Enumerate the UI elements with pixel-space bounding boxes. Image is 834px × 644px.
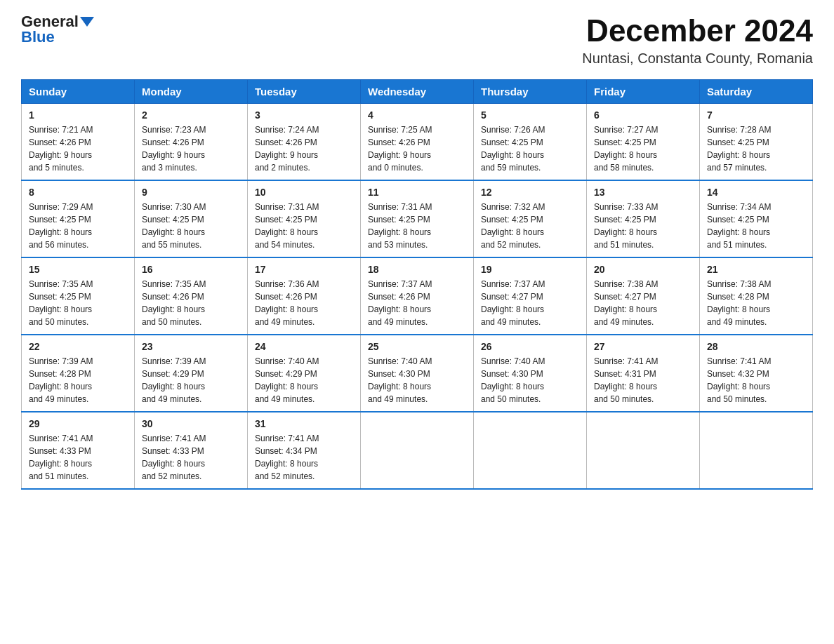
calendar-cell: [474, 412, 587, 489]
weekday-header-thursday: Thursday: [474, 80, 587, 104]
day-number: 4: [368, 109, 466, 121]
day-number: 21: [707, 264, 805, 275]
day-info: Sunrise: 7:41 AMSunset: 4:32 PMDaylight:…: [707, 355, 805, 405]
day-info: Sunrise: 7:41 AMSunset: 4:33 PMDaylight:…: [142, 432, 240, 483]
day-number: 10: [255, 187, 353, 198]
calendar-cell: 15 Sunrise: 7:35 AMSunset: 4:25 PMDaylig…: [22, 257, 135, 335]
day-info: Sunrise: 7:37 AMSunset: 4:26 PMDaylight:…: [368, 278, 466, 328]
weekday-header-friday: Friday: [587, 80, 700, 104]
calendar-cell: 4 Sunrise: 7:25 AMSunset: 4:26 PMDayligh…: [361, 104, 474, 181]
day-number: 3: [255, 109, 353, 121]
day-info: Sunrise: 7:31 AMSunset: 4:25 PMDaylight:…: [255, 201, 353, 251]
weekday-header-wednesday: Wednesday: [361, 80, 474, 104]
day-number: 1: [29, 109, 127, 121]
calendar-cell: 2 Sunrise: 7:23 AMSunset: 4:26 PMDayligh…: [135, 104, 248, 181]
calendar-header: SundayMondayTuesdayWednesdayThursdayFrid…: [22, 80, 813, 104]
logo-blue-text: Blue: [21, 29, 55, 45]
day-number: 7: [707, 109, 805, 121]
month-year-title: December 2024: [582, 14, 813, 48]
calendar-cell: 6 Sunrise: 7:27 AMSunset: 4:25 PMDayligh…: [587, 104, 700, 181]
day-info: Sunrise: 7:38 AMSunset: 4:27 PMDaylight:…: [594, 278, 692, 328]
calendar-cell: 18 Sunrise: 7:37 AMSunset: 4:26 PMDaylig…: [361, 257, 474, 335]
day-info: Sunrise: 7:31 AMSunset: 4:25 PMDaylight:…: [368, 201, 466, 251]
calendar-cell: [700, 412, 813, 489]
day-info: Sunrise: 7:35 AMSunset: 4:25 PMDaylight:…: [29, 278, 127, 328]
day-number: 12: [481, 187, 579, 198]
day-info: Sunrise: 7:39 AMSunset: 4:28 PMDaylight:…: [29, 355, 127, 405]
day-number: 8: [29, 187, 127, 198]
day-info: Sunrise: 7:32 AMSunset: 4:25 PMDaylight:…: [481, 201, 579, 251]
calendar-cell: [587, 412, 700, 489]
calendar-cell: 29 Sunrise: 7:41 AMSunset: 4:33 PMDaylig…: [22, 412, 135, 489]
calendar-cell: 10 Sunrise: 7:31 AMSunset: 4:25 PMDaylig…: [248, 180, 361, 257]
day-info: Sunrise: 7:28 AMSunset: 4:25 PMDaylight:…: [707, 123, 805, 174]
day-info: Sunrise: 7:21 AMSunset: 4:26 PMDaylight:…: [29, 123, 127, 174]
day-info: Sunrise: 7:40 AMSunset: 4:29 PMDaylight:…: [255, 355, 353, 405]
day-number: 28: [707, 341, 805, 352]
logo-general-text: General: [21, 14, 79, 29]
calendar-cell: 5 Sunrise: 7:26 AMSunset: 4:25 PMDayligh…: [474, 104, 587, 181]
day-info: Sunrise: 7:40 AMSunset: 4:30 PMDaylight:…: [481, 355, 579, 405]
day-number: 17: [255, 264, 353, 275]
day-number: 29: [29, 418, 127, 429]
weekday-header-row: SundayMondayTuesdayWednesdayThursdayFrid…: [22, 80, 813, 104]
weekday-header-monday: Monday: [135, 80, 248, 104]
calendar-cell: 7 Sunrise: 7:28 AMSunset: 4:25 PMDayligh…: [700, 104, 813, 181]
calendar-week-row: 1 Sunrise: 7:21 AMSunset: 4:26 PMDayligh…: [22, 104, 813, 181]
calendar-cell: 1 Sunrise: 7:21 AMSunset: 4:26 PMDayligh…: [22, 104, 135, 181]
calendar-cell: 3 Sunrise: 7:24 AMSunset: 4:26 PMDayligh…: [248, 104, 361, 181]
calendar-cell: 21 Sunrise: 7:38 AMSunset: 4:28 PMDaylig…: [700, 257, 813, 335]
day-info: Sunrise: 7:26 AMSunset: 4:25 PMDaylight:…: [481, 123, 579, 174]
weekday-header-tuesday: Tuesday: [248, 80, 361, 104]
calendar-cell: 31 Sunrise: 7:41 AMSunset: 4:34 PMDaylig…: [248, 412, 361, 489]
calendar-cell: 20 Sunrise: 7:38 AMSunset: 4:27 PMDaylig…: [587, 257, 700, 335]
day-info: Sunrise: 7:41 AMSunset: 4:33 PMDaylight:…: [29, 432, 127, 483]
day-info: Sunrise: 7:27 AMSunset: 4:25 PMDaylight:…: [594, 123, 692, 174]
day-number: 20: [594, 264, 692, 275]
calendar-week-row: 22 Sunrise: 7:39 AMSunset: 4:28 PMDaylig…: [22, 335, 813, 412]
day-number: 27: [594, 341, 692, 352]
day-info: Sunrise: 7:34 AMSunset: 4:25 PMDaylight:…: [707, 201, 805, 251]
day-number: 18: [368, 264, 466, 275]
day-info: Sunrise: 7:41 AMSunset: 4:31 PMDaylight:…: [594, 355, 692, 405]
day-number: 26: [481, 341, 579, 352]
day-info: Sunrise: 7:29 AMSunset: 4:25 PMDaylight:…: [29, 201, 127, 251]
weekday-header-saturday: Saturday: [700, 80, 813, 104]
day-number: 11: [368, 187, 466, 198]
calendar-week-row: 8 Sunrise: 7:29 AMSunset: 4:25 PMDayligh…: [22, 180, 813, 257]
day-number: 22: [29, 341, 127, 352]
day-info: Sunrise: 7:36 AMSunset: 4:26 PMDaylight:…: [255, 278, 353, 328]
calendar-cell: 12 Sunrise: 7:32 AMSunset: 4:25 PMDaylig…: [474, 180, 587, 257]
day-info: Sunrise: 7:35 AMSunset: 4:26 PMDaylight:…: [142, 278, 240, 328]
day-info: Sunrise: 7:30 AMSunset: 4:25 PMDaylight:…: [142, 201, 240, 251]
day-info: Sunrise: 7:25 AMSunset: 4:26 PMDaylight:…: [368, 123, 466, 174]
calendar-cell: 8 Sunrise: 7:29 AMSunset: 4:25 PMDayligh…: [22, 180, 135, 257]
day-info: Sunrise: 7:38 AMSunset: 4:28 PMDaylight:…: [707, 278, 805, 328]
day-info: Sunrise: 7:33 AMSunset: 4:25 PMDaylight:…: [594, 201, 692, 251]
day-info: Sunrise: 7:23 AMSunset: 4:26 PMDaylight:…: [142, 123, 240, 174]
logo-triangle-icon: [80, 17, 94, 27]
day-number: 16: [142, 264, 240, 275]
calendar-cell: 28 Sunrise: 7:41 AMSunset: 4:32 PMDaylig…: [700, 335, 813, 412]
day-info: Sunrise: 7:39 AMSunset: 4:29 PMDaylight:…: [142, 355, 240, 405]
calendar-table: SundayMondayTuesdayWednesdayThursdayFrid…: [21, 79, 813, 490]
day-info: Sunrise: 7:40 AMSunset: 4:30 PMDaylight:…: [368, 355, 466, 405]
day-number: 19: [481, 264, 579, 275]
calendar-cell: 19 Sunrise: 7:37 AMSunset: 4:27 PMDaylig…: [474, 257, 587, 335]
calendar-cell: 9 Sunrise: 7:30 AMSunset: 4:25 PMDayligh…: [135, 180, 248, 257]
calendar-week-row: 15 Sunrise: 7:35 AMSunset: 4:25 PMDaylig…: [22, 257, 813, 335]
calendar-cell: 22 Sunrise: 7:39 AMSunset: 4:28 PMDaylig…: [22, 335, 135, 412]
calendar-cell: 30 Sunrise: 7:41 AMSunset: 4:33 PMDaylig…: [135, 412, 248, 489]
calendar-week-row: 29 Sunrise: 7:41 AMSunset: 4:33 PMDaylig…: [22, 412, 813, 489]
day-info: Sunrise: 7:37 AMSunset: 4:27 PMDaylight:…: [481, 278, 579, 328]
day-number: 9: [142, 187, 240, 198]
day-number: 14: [707, 187, 805, 198]
day-number: 24: [255, 341, 353, 352]
day-info: Sunrise: 7:41 AMSunset: 4:34 PMDaylight:…: [255, 432, 353, 483]
day-number: 6: [594, 109, 692, 121]
title-block: December 2024 Nuntasi, Constanta County,…: [582, 14, 813, 67]
calendar-body: 1 Sunrise: 7:21 AMSunset: 4:26 PMDayligh…: [22, 104, 813, 490]
day-number: 5: [481, 109, 579, 121]
calendar-cell: 23 Sunrise: 7:39 AMSunset: 4:29 PMDaylig…: [135, 335, 248, 412]
day-number: 31: [255, 418, 353, 429]
